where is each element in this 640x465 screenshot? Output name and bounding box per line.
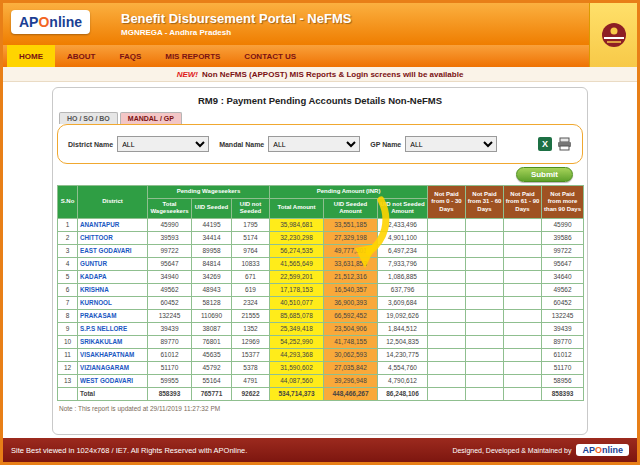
- footer-left-text: Site Best viewed in 1024x768 / IE7. All …: [11, 446, 247, 455]
- new-badge: NEW!: [177, 70, 198, 79]
- aponline-logo: APOnline: [11, 10, 90, 34]
- excel-export-icon[interactable]: X: [538, 137, 552, 151]
- table-cell: 89770: [542, 335, 584, 348]
- district-link[interactable]: CHITTOOR: [78, 231, 148, 244]
- table-cell: 36,900,393: [324, 296, 378, 309]
- table-cell: [504, 335, 542, 348]
- table-cell: 7: [58, 296, 78, 309]
- table-cell: 58956: [542, 374, 584, 387]
- table-cell: 15377: [232, 348, 270, 361]
- district-link[interactable]: VISAKHAPATNAM: [78, 348, 148, 361]
- gp-filter-group: GP Name ALL: [370, 136, 497, 152]
- district-select[interactable]: ALL: [117, 136, 209, 152]
- pending-accounts-table: S.No District Pending Wageseekers Pendin…: [57, 185, 584, 401]
- table-cell: [504, 231, 542, 244]
- district-link[interactable]: SRIKAKULAM: [78, 335, 148, 348]
- table-cell: 4,901,100: [378, 231, 428, 244]
- submit-row: Submit: [57, 167, 573, 182]
- nav-item-home[interactable]: HOME: [7, 45, 55, 67]
- table-cell: 6,497,234: [378, 244, 428, 257]
- district-link[interactable]: S.P.S NELLORE: [78, 322, 148, 335]
- district-link[interactable]: GUNTUR: [78, 257, 148, 270]
- notice-bar: NEW! Non NeFMS (APPOST) MIS Reports & Lo…: [3, 67, 637, 82]
- header-uid-seeded: UID Seeded: [192, 198, 232, 218]
- mandal-select[interactable]: ALL: [268, 136, 360, 152]
- submit-button[interactable]: Submit: [516, 167, 573, 182]
- table-row: 8PRAKASAM1322451106902155585,685,07866,5…: [58, 309, 584, 322]
- footer-bar: Site Best viewed in 1024x768 / IE7. All …: [3, 438, 637, 462]
- district-link[interactable]: VIZIANAGARAM: [78, 361, 148, 374]
- table-cell: 1,844,512: [378, 322, 428, 335]
- table-cell: 11: [58, 348, 78, 361]
- table-row: 13WEST GODAVARI5995555164479144,087,5603…: [58, 374, 584, 387]
- table-cell: 23,504,906: [324, 322, 378, 335]
- table-cell: 41,565,649: [270, 257, 324, 270]
- table-cell: 534,714,373: [270, 387, 324, 400]
- table-cell: [504, 361, 542, 374]
- district-link[interactable]: KRISHNA: [78, 283, 148, 296]
- table-cell: 7,933,796: [378, 257, 428, 270]
- table-row: 5KADAPA349403426967122,599,20121,512,316…: [58, 270, 584, 283]
- district-link[interactable]: PRAKASAM: [78, 309, 148, 322]
- portal-page: APOnline Benefit Disbursement Portal - N…: [0, 0, 640, 465]
- table-cell: 132245: [542, 309, 584, 322]
- table-cell: [504, 309, 542, 322]
- table-cell: 35,984,681: [270, 218, 324, 231]
- footer-aponline-logo: APOnline: [576, 444, 629, 456]
- export-icons: X: [538, 137, 572, 151]
- table-cell: 49,777,301: [324, 244, 378, 257]
- table-cell: 89958: [192, 244, 232, 257]
- table-cell: 5378: [232, 361, 270, 374]
- nav-item-faqs[interactable]: FAQS: [107, 45, 153, 67]
- table-header: S.No District Pending Wageseekers Pendin…: [58, 186, 584, 219]
- gp-select[interactable]: ALL: [405, 136, 497, 152]
- table-cell: 5174: [232, 231, 270, 244]
- table-row: 12VIZIANAGARAM5117045792537831,590,60227…: [58, 361, 584, 374]
- district-link[interactable]: KADAPA: [78, 270, 148, 283]
- tab-mandal-gp[interactable]: MANDAL / GP: [120, 112, 182, 124]
- report-title: RM9 : Payment Pending Accounts Details N…: [57, 95, 583, 106]
- table-cell: 14,230,775: [378, 348, 428, 361]
- district-link[interactable]: ANANTAPUR: [78, 218, 148, 231]
- table-cell: 1,086,885: [378, 270, 428, 283]
- top-header: APOnline Benefit Disbursement Portal - N…: [3, 3, 637, 45]
- table-cell: 34940: [148, 270, 192, 283]
- table-cell: [504, 270, 542, 283]
- table-cell: [466, 283, 504, 296]
- table-cell: [504, 296, 542, 309]
- header-district: District: [78, 186, 148, 219]
- table-cell: 30,062,593: [324, 348, 378, 361]
- table-cell: [428, 296, 466, 309]
- notice-text: Non NeFMS (APPOST) MIS Reports & Login s…: [202, 70, 463, 79]
- table-cell: 44,087,560: [270, 374, 324, 387]
- district-link[interactable]: EAST GODAVARI: [78, 244, 148, 257]
- nav-item-mis-reports[interactable]: MIS REPORTS: [153, 45, 232, 67]
- table-cell: [466, 335, 504, 348]
- nav-item-contact-us[interactable]: CONTACT US: [232, 45, 308, 67]
- table-cell: 99722: [148, 244, 192, 257]
- nav-item-about[interactable]: ABOUT: [55, 45, 107, 67]
- table-cell: 671: [232, 270, 270, 283]
- table-cell: 39439: [148, 322, 192, 335]
- table-cell: 61012: [542, 348, 584, 361]
- table-cell: 21555: [232, 309, 270, 322]
- table-cell: [466, 257, 504, 270]
- table-cell: [428, 309, 466, 322]
- table-cell: 45792: [192, 361, 232, 374]
- table-cell: 39593: [148, 231, 192, 244]
- table-cell: Total: [78, 387, 148, 400]
- header-pending-wageseekers: Pending Wageseekers: [148, 186, 270, 199]
- district-link[interactable]: KURNOOL: [78, 296, 148, 309]
- report-note: Note : This report is updated at 29/11/2…: [59, 405, 583, 412]
- table-cell: 95647: [542, 257, 584, 270]
- district-link[interactable]: WEST GODAVARI: [78, 374, 148, 387]
- print-icon[interactable]: [557, 137, 572, 151]
- table-cell: 858393: [148, 387, 192, 400]
- table-cell: 16,540,357: [324, 283, 378, 296]
- table-row: 7KURNOOL6045258128232440,510,07736,900,3…: [58, 296, 584, 309]
- header-uid-not-seeded: UID not Seeded: [232, 198, 270, 218]
- table-row: 2CHITTOOR3959334414517432,230,29827,329,…: [58, 231, 584, 244]
- table-cell: [466, 218, 504, 231]
- table-cell: 41,748,155: [324, 335, 378, 348]
- tab-ho-so-bo[interactable]: HO / SO / BO: [59, 112, 118, 124]
